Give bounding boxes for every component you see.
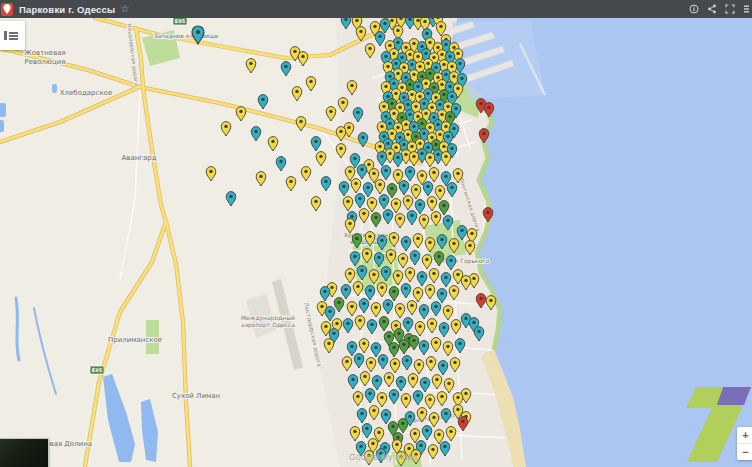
route-badge: Е95 [173, 17, 187, 25]
svg-text:Е95: Е95 [175, 18, 186, 24]
route-badge: Е95 [90, 366, 104, 374]
zoom-control: + − [737, 427, 752, 460]
pond [0, 103, 6, 117]
my-maps-app: ЖовтневаяРеволюцияХлебодарскоеАвангардПр… [0, 0, 752, 467]
map-canvas: ЖовтневаяРеволюцияХлебодарскоеАвангардПр… [0, 0, 752, 467]
fullscreen-icon[interactable] [725, 4, 735, 14]
legend-toggle-button[interactable] [0, 21, 25, 50]
map-label: Авангард [121, 154, 156, 162]
google-my-maps-watermark: Google My Maps [349, 452, 417, 462]
satellite-layer-thumbnail[interactable] [0, 438, 49, 467]
map-title: Парковки г. Одессы [19, 4, 115, 15]
zoom-in-button[interactable]: + [737, 427, 752, 443]
map-label: Жовтневая [24, 49, 66, 57]
map-label: Западное кладбище [154, 32, 219, 39]
share-icon[interactable] [707, 4, 717, 14]
clipped-icon[interactable] [743, 4, 749, 14]
map-label: Прилиманское [108, 336, 162, 344]
list-icon [4, 31, 25, 40]
star-icon[interactable]: ☆ [120, 4, 129, 14]
svg-text:Е95: Е95 [92, 367, 103, 373]
pond [52, 84, 57, 93]
zoom-out-button[interactable]: − [737, 443, 752, 460]
map-label: Хлебодарское [60, 89, 112, 97]
title-bar: Парковки г. Одессы ☆ [0, 0, 752, 18]
map-label: Революция [25, 58, 66, 66]
map-label: Сухой Лиман [172, 392, 220, 400]
pond [0, 120, 4, 132]
map-label: аэропорт Одесса [241, 321, 295, 329]
map-viewport[interactable]: ЖовтневаяРеволюцияХлебодарскоеАвангардПр… [0, 0, 752, 467]
info-icon[interactable] [689, 4, 699, 14]
my-maps-logo-icon[interactable] [1, 3, 13, 16]
